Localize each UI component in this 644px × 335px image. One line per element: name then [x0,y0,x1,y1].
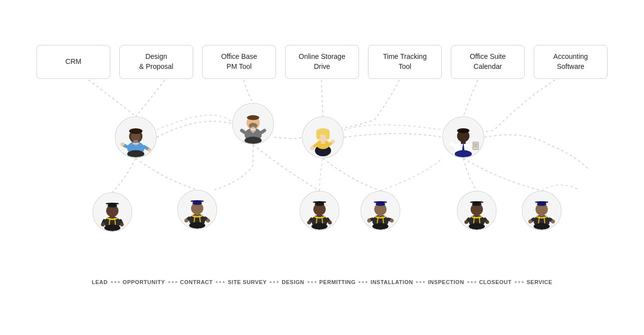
svg-point-5 [129,128,143,134]
svg-point-55 [106,203,119,205]
svg-point-60 [104,225,120,231]
svg-point-86 [307,221,311,225]
avatar-office-female-blonde [302,116,344,158]
stage-label-permitting: PERMITTING [320,279,356,285]
dot [358,281,360,283]
dot [168,281,170,283]
svg-point-128 [528,220,532,224]
dot [518,281,520,283]
dots-5 [308,281,317,283]
svg-line-40 [451,143,455,146]
svg-point-125 [535,201,549,203]
dot [362,281,364,283]
stage-label-lead: LEAD [92,279,108,285]
dots-4 [270,281,279,283]
svg-point-100 [367,219,371,223]
stage-label-contract: CONTRACT [180,279,213,285]
stage-design: DESIGN [282,279,304,285]
dots-2 [168,281,177,283]
svg-point-130 [534,223,550,230]
svg-point-58 [101,223,105,227]
dot [273,281,275,283]
svg-point-69 [191,200,204,202]
dot [219,281,221,283]
avatar-worker-4 [360,191,400,231]
dot [277,281,279,283]
dot [114,281,116,283]
tool-office-suite[interactable]: Office SuiteCalendar [451,45,525,79]
tool-crm[interactable]: CRM [36,45,110,79]
svg-point-32 [310,146,314,150]
tool-online-storage[interactable]: Online StorageDrive [285,45,359,79]
dot [311,281,313,283]
svg-rect-28 [317,132,321,139]
dot [419,281,421,283]
stage-site-survey: SITE SURVEY [228,279,267,285]
stage-lead: LEAD [92,279,108,285]
svg-point-9 [148,148,152,152]
tool-time-tracking[interactable]: Time TrackingTool [368,45,442,79]
dot [471,281,473,283]
pipeline-row: LEAD OPPORTUNITY CONTRACT SITE SURVEY [0,279,644,285]
svg-point-72 [184,219,188,223]
dots-7 [416,281,425,283]
avatar-worker-5 [457,191,497,231]
stage-installation: INSTALLATION [370,279,413,285]
dot [474,281,476,283]
stage-service: SERVICE [527,279,553,285]
stage-label-inspection: INSPECTION [428,279,464,285]
stage-label-closeout: CLOSEOUT [479,279,512,285]
svg-point-111 [470,201,484,203]
svg-line-18 [242,130,245,132]
stage-closeout: CLOSEOUT [479,279,512,285]
svg-point-59 [120,223,124,227]
dots-3 [216,281,225,283]
avatar-office-male-grey [232,103,274,145]
tools-row: CRM Design& Proposal Office BasePM Tool … [36,45,608,79]
dot [308,281,310,283]
dot [216,281,218,283]
dot [467,281,469,283]
dot [423,281,425,283]
svg-point-101 [390,219,394,223]
dot [515,281,517,283]
stage-permitting: PERMITTING [320,279,356,285]
tool-design-proposal[interactable]: Design& Proposal [119,45,193,79]
dot [172,281,174,283]
stage-label-service: SERVICE [527,279,553,285]
tool-office-base[interactable]: Office BasePM Tool [202,45,276,79]
stage-label-installation: INSTALLATION [370,279,413,285]
dot [118,281,120,283]
dot [416,281,418,283]
avatar-worker-2 [177,190,217,230]
stage-inspection: INSPECTION [428,279,464,285]
svg-point-83 [313,201,326,203]
svg-point-88 [312,223,327,230]
stage-label-opportunity: OPPORTUNITY [123,279,165,285]
dot [111,281,113,283]
svg-point-33 [331,140,335,144]
dot [223,281,225,283]
svg-point-8 [121,142,125,146]
avatar-worker-6 [522,191,562,231]
dots-1 [111,281,120,283]
svg-rect-29 [326,132,330,139]
tool-accounting[interactable]: AccountingSoftware [534,45,608,79]
dots-9 [515,281,524,283]
svg-point-17 [247,115,260,120]
avatar-worker-3 [300,191,339,231]
stage-contract: CONTRACT [180,279,213,285]
dot [270,281,272,283]
dots-6 [358,281,367,283]
svg-point-87 [328,221,332,225]
dots-8 [467,281,476,283]
avatar-office-male-dark [442,116,484,158]
dot [175,281,177,283]
svg-line-19 [262,130,265,132]
svg-point-102 [372,223,388,230]
stage-label-site-survey: SITE SURVEY [228,279,267,285]
svg-point-74 [189,222,205,229]
dot [365,281,367,283]
svg-point-116 [469,223,485,230]
svg-point-114 [464,220,468,224]
